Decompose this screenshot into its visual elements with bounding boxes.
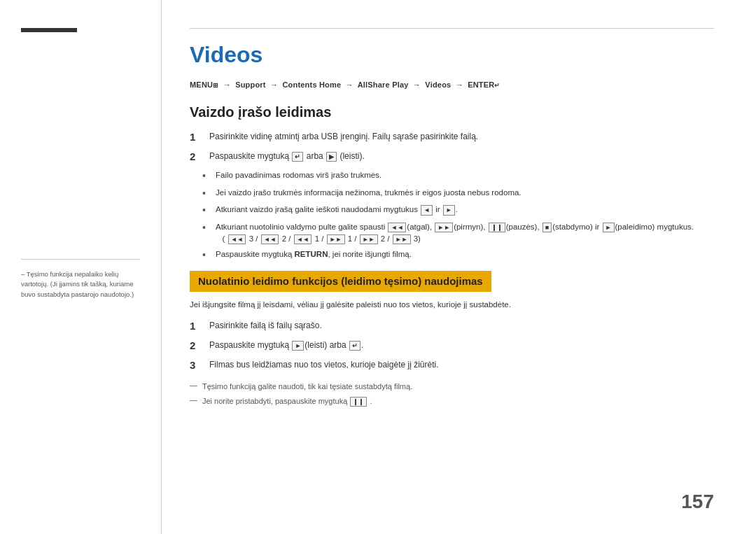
- step-s2-2: 2 Paspauskite mygtuką ►(leisti) arba ↵.: [190, 339, 714, 351]
- breadcrumb-videos: Videos: [425, 80, 451, 89]
- btn-rewind: ◄◄: [388, 223, 406, 233]
- bullet-item-2: • Jei vaizdo įrašo trukmės informacija n…: [202, 187, 714, 201]
- step-1-text: Pasirinkite vidinę atmintį arba USB įren…: [209, 130, 478, 143]
- breadcrumb-allshare: AllShare Play: [358, 80, 409, 89]
- btn-forward: ►►: [435, 223, 453, 233]
- btn-stop: ■: [542, 223, 552, 233]
- breadcrumb-contents-home: Contents Home: [282, 80, 341, 89]
- btn-prev: ◄: [421, 205, 433, 216]
- bullet-list: • Failo pavadinimas rodomas virš įrašo t…: [202, 169, 714, 262]
- breadcrumb: MENU⊞ → Support → Contents Home → AllSha…: [190, 80, 714, 89]
- main-content: Videos MENU⊞ → Support → Contents Home →…: [161, 0, 756, 534]
- breadcrumb-menu: MENU: [190, 80, 213, 89]
- footer-notes: — Tęsimo funkciją galite naudoti, tik ka…: [190, 381, 714, 407]
- sidebar-divider: [21, 259, 140, 260]
- step-s2-1: 1 Pasirinkite failą iš failų sąrašo.: [190, 319, 714, 332]
- step-2: 2 Paspauskite mygtuką ↵ arba ▶ (leisti).: [190, 150, 714, 162]
- footer-text-2: Jei norite pristabdyti, paspauskite mygt…: [202, 395, 372, 407]
- bullet-3-text: Atkuriant vaizdo įrašą galite ieškoti na…: [216, 204, 458, 216]
- sidebar: – Tęsimo funkcija nepalaiko kelių vartot…: [0, 0, 161, 534]
- bullet-4-text: Atkuriant nuotolinio valdymo pulte galit…: [216, 221, 694, 246]
- section2-title: Nuolatinio leidimo funkcijos (leidimo tę…: [198, 275, 483, 287]
- step-s2-1-text: Pasirinkite failą iš failų sąrašo.: [209, 319, 322, 332]
- highlight-section: Nuolatinio leidimo funkcijos (leidimo tę…: [190, 271, 491, 292]
- btn-play-s2: ►: [292, 341, 304, 351]
- step-s2-2-text: Paspauskite mygtuką ►(leisti) arba ↵.: [209, 339, 363, 351]
- btn-pause: ❙❙: [489, 223, 505, 233]
- bullet-item-3: • Atkuriant vaizdo įrašą galite ieškoti …: [202, 204, 714, 218]
- step-1: 1 Pasirinkite vidinę atmintį arba USB įr…: [190, 130, 714, 143]
- button-icon-enter: ↵: [292, 152, 303, 162]
- button-icon-play: ▶: [326, 152, 337, 162]
- top-rule: [190, 28, 714, 29]
- footer-note-1: — Tęsimo funkciją galite naudoti, tik ka…: [190, 381, 714, 393]
- sidebar-note: – Tęsimo funkcija nepalaiko kelių vartot…: [21, 269, 144, 300]
- btn-pause-footer: ❙❙: [350, 397, 367, 407]
- bullet-1-text: Failo pavadinimas rodomas virš įrašo tru…: [216, 169, 382, 181]
- footer-text-1: Tęsimo funkciją galite naudoti, tik kai …: [202, 381, 412, 393]
- bullet-5-text: Paspauskite mygtuką RETURN, jei norite i…: [216, 248, 412, 260]
- section2-description: Jei išjungsite filmą jį leisdami, vėliau…: [190, 299, 714, 311]
- breadcrumb-support: Support: [235, 80, 266, 89]
- bullet-2-text: Jei vaizdo įrašo trukmės informacija než…: [216, 187, 522, 199]
- btn-enter-s2: ↵: [349, 341, 360, 351]
- btn-play: ►: [603, 223, 615, 233]
- step-s2-3: 3 Filmas bus leidžiamas nuo tos vietos, …: [190, 358, 714, 371]
- bullet-item-4: • Atkuriant nuotolinio valdymo pulte gal…: [202, 221, 714, 246]
- page-container: – Tęsimo funkcija nepalaiko kelių vartot…: [0, 0, 756, 534]
- section1-title: Vaizdo įrašo leidimas: [190, 104, 714, 120]
- step-2-text: Paspauskite mygtuką ↵ arba ▶ (leisti).: [209, 150, 365, 162]
- page-title: Videos: [190, 42, 714, 68]
- sidebar-accent-bar: [21, 28, 77, 32]
- btn-next: ►: [443, 205, 455, 216]
- page-number: 157: [681, 491, 714, 513]
- breadcrumb-enter: ENTER: [468, 80, 494, 89]
- step-s2-3-text: Filmas bus leidžiamas nuo tos vietos, ku…: [209, 358, 438, 371]
- bullet-item-1: • Failo pavadinimas rodomas virš įrašo t…: [202, 169, 714, 183]
- bullet-item-5: • Paspauskite mygtuką RETURN, jei norite…: [202, 248, 714, 262]
- footer-note-2: — Jei norite pristabdyti, paspauskite my…: [190, 395, 714, 407]
